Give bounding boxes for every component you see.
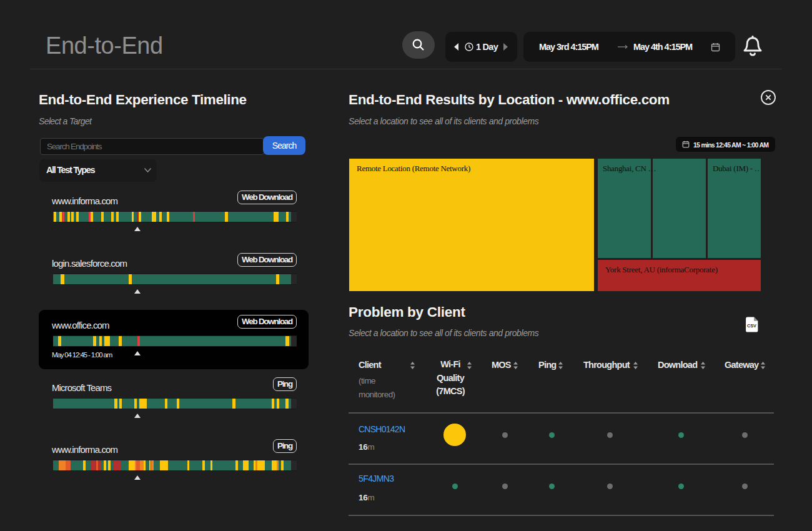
svg-text:CSV: CSV [747, 323, 756, 329]
